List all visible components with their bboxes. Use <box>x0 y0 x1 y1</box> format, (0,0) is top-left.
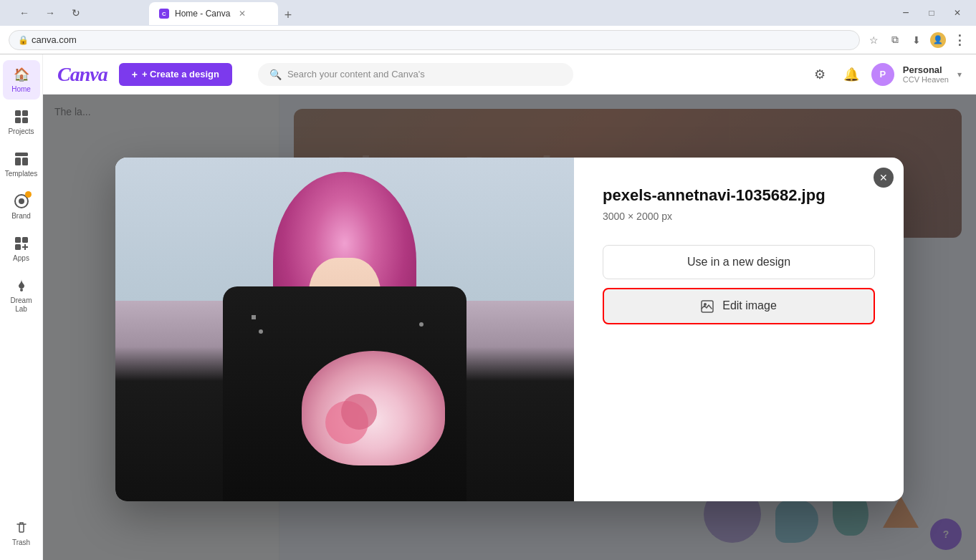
back-icon: ← <box>19 7 29 19</box>
templates-icon <box>13 150 30 168</box>
use-btn-label: Use in a new design <box>687 256 790 269</box>
sidebar-item-apps[interactable]: Apps <box>3 229 40 269</box>
svg-rect-11 <box>15 244 21 250</box>
use-in-new-design-button[interactable]: Use in a new design <box>603 245 875 279</box>
tab-close-button[interactable]: ✕ <box>239 9 246 19</box>
edit-btn-label: Edit image <box>722 299 777 312</box>
app-body: 🏠 Home Projects Templates Brand <box>0 54 976 560</box>
forward-button[interactable]: → <box>40 3 60 23</box>
svg-point-8 <box>19 198 24 204</box>
search-icon: 🔍 <box>269 69 282 80</box>
modal-close-button[interactable]: ✕ <box>874 168 894 188</box>
close-button[interactable]: ✕ <box>947 3 967 23</box>
search-placeholder: Search your content and Canva's <box>287 69 425 79</box>
photo-flower-2 <box>341 394 377 430</box>
sidebar-brand-label: Brand <box>11 212 31 221</box>
svg-rect-3 <box>22 117 28 123</box>
svg-rect-9 <box>15 237 21 243</box>
address-bar: 🔒 canva.com ☆ ⧉ ⬇ 👤 ⋮ <box>0 26 976 54</box>
image-filename: pexels-annetnavi-1035682.jpg <box>603 186 875 205</box>
sidebar: 🏠 Home Projects Templates Brand <box>0 54 43 560</box>
tab-favicon: C <box>159 9 169 19</box>
minimize-button[interactable]: − <box>896 3 916 23</box>
sidebar-item-projects[interactable]: Projects <box>3 102 40 142</box>
svg-rect-6 <box>22 158 28 165</box>
svg-rect-0 <box>15 110 21 116</box>
user-name: Personal <box>903 64 949 75</box>
svg-rect-1 <box>22 110 28 116</box>
create-design-button[interactable]: + + Create a design <box>119 63 232 86</box>
browser-chrome: ← → ↻ C Home - Canva ✕ + − □ ✕ <box>0 0 976 54</box>
window-control-group: − □ ✕ <box>896 3 967 23</box>
sidebar-bottom: Trash <box>3 513 40 559</box>
search-bar[interactable]: 🔍 Search your content and Canva's <box>258 63 573 86</box>
content-area: The la... Disco Dark... ? <box>43 95 976 560</box>
download-icon[interactable]: ⬇ <box>909 32 924 48</box>
sidebar-trash-label: Trash <box>12 539 30 547</box>
sidebar-item-brand[interactable]: Brand <box>3 187 40 226</box>
settings-icon[interactable]: ⚙ <box>808 63 831 86</box>
apps-icon <box>13 235 30 252</box>
modal-image-panel <box>115 158 574 501</box>
sidebar-item-trash[interactable]: Trash <box>3 513 40 553</box>
back-button[interactable]: ← <box>14 3 34 23</box>
svg-rect-2 <box>15 117 21 123</box>
svg-rect-4 <box>15 153 28 156</box>
address-bar-actions: ☆ ⧉ ⬇ 👤 ⋮ <box>866 32 967 48</box>
sidebar-home-label: Home <box>11 85 31 94</box>
modal-dialog: ✕ <box>115 158 904 501</box>
sidebar-dreamlab-label: Dream Lab <box>6 296 37 314</box>
user-info: Personal CCV Heaven <box>903 64 949 84</box>
sidebar-templates-label: Templates <box>5 170 38 178</box>
new-tab-button[interactable]: + <box>278 5 298 25</box>
user-chevron-icon[interactable]: ▾ <box>957 69 962 79</box>
edit-image-icon <box>701 299 717 313</box>
brand-icon <box>13 193 30 210</box>
image-dimensions: 3000 × 2000 px <box>603 211 875 222</box>
url-text: canva.com <box>32 34 77 45</box>
refresh-button[interactable]: ↻ <box>66 3 86 23</box>
sidebar-item-templates[interactable]: Templates <box>3 145 40 184</box>
bookmark-icon[interactable]: ☆ <box>866 32 881 48</box>
svg-point-14 <box>20 289 23 291</box>
main-content: Canva + + Create a design 🔍 Search your … <box>43 54 976 560</box>
menu-icon[interactable]: ⋮ <box>952 32 967 48</box>
plus-icon: + <box>132 69 138 80</box>
maximize-button[interactable]: □ <box>922 3 942 23</box>
svg-rect-5 <box>15 158 21 165</box>
sidebar-item-dreamlab[interactable]: Dream Lab <box>3 271 40 319</box>
canva-header: Canva + + Create a design 🔍 Search your … <box>43 54 976 95</box>
svg-rect-10 <box>22 237 28 243</box>
canva-logo: Canva <box>57 63 107 86</box>
profile-icon[interactable]: 👤 <box>930 32 946 48</box>
user-avatar: P <box>871 63 894 86</box>
forward-icon: → <box>45 7 55 19</box>
lock-icon: 🔒 <box>18 35 29 45</box>
sidebar-apps-label: Apps <box>13 254 29 263</box>
home-icon: 🏠 <box>13 66 30 83</box>
tab-title: Home - Canva <box>175 9 230 19</box>
sidebar-projects-label: Projects <box>8 127 34 136</box>
user-subtitle: CCV Heaven <box>903 75 949 84</box>
notifications-icon[interactable]: 🔔 <box>840 63 863 86</box>
create-btn-label: + Create a design <box>142 69 219 79</box>
header-actions: ⚙ 🔔 P Personal CCV Heaven ▾ <box>808 63 962 86</box>
sidebar-item-home[interactable]: 🏠 Home <box>3 60 40 100</box>
extensions-icon[interactable]: ⧉ <box>887 32 903 48</box>
trash-icon <box>13 519 30 536</box>
modal-overlay[interactable]: ✕ <box>43 95 976 560</box>
url-input[interactable]: 🔒 canva.com <box>9 30 860 50</box>
modal-info-panel: pexels-annetnavi-1035682.jpg 3000 × 2000… <box>574 158 904 501</box>
active-tab[interactable]: C Home - Canva ✕ <box>149 2 278 25</box>
dreamlab-icon <box>13 277 30 294</box>
edit-image-button[interactable]: Edit image <box>603 288 875 324</box>
projects-icon <box>13 108 30 125</box>
photo-simulation <box>115 158 574 501</box>
refresh-icon: ↻ <box>72 7 80 19</box>
